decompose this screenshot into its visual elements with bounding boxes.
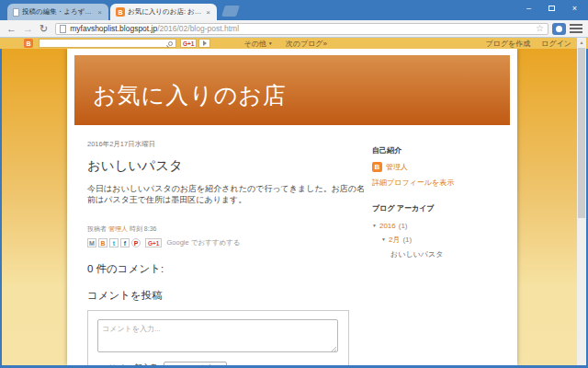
page-background: お気に入りのお店 2016年2月17日水曜日 おいしいパスタ 今日はおいしいパス… xyxy=(2,49,586,365)
blogger-favicon: B xyxy=(116,7,125,17)
comment-input[interactable] xyxy=(97,319,338,352)
maximize-button[interactable] xyxy=(540,0,563,16)
account-select-value: Google アカウ xyxy=(168,363,213,365)
window-controls: – × xyxy=(517,0,586,16)
share-arrow-icon xyxy=(203,40,207,46)
blogthis-share-icon[interactable]: B xyxy=(98,238,107,247)
comment-textarea-wrap xyxy=(97,319,338,356)
twitter-share-icon[interactable]: t xyxy=(109,238,119,247)
blogger-navbar: B G+1 その他 ▼ 次のブログ» ブログを作成 ログイン xyxy=(0,38,588,49)
tab-close-icon[interactable]: × xyxy=(205,8,211,17)
tab-bar: 投稿の編集・よろず日記帳 × B お気に入りのお店: おいしいパ × – × xyxy=(0,0,588,20)
url-path: /2016/02/blog-post.html xyxy=(157,24,239,33)
archive-month-row: ▼ 2月 (1) xyxy=(381,235,510,245)
more-label: その他 xyxy=(243,39,266,49)
tab-post-editor[interactable]: 投稿の編集・よろず日記帳 × xyxy=(7,4,108,20)
maximize-icon xyxy=(548,6,555,11)
post-comment-heading: コメントを投稿 xyxy=(87,289,367,303)
profile-heading: 自己紹介 xyxy=(372,145,510,155)
close-button[interactable]: × xyxy=(563,0,586,16)
archive-toggle-icon[interactable]: ▼ xyxy=(381,237,386,242)
tab-close-icon[interactable]: × xyxy=(96,8,103,17)
pinterest-share-icon[interactable]: P xyxy=(131,238,141,247)
resize-grip-icon[interactable] xyxy=(331,347,336,352)
view-profile-link[interactable]: 詳細プロフィールを表示 xyxy=(372,178,510,188)
byline-prefix: 投稿者 xyxy=(87,225,107,232)
avatar[interactable]: B xyxy=(372,162,382,172)
time-label: 時刻 xyxy=(130,225,142,232)
url-text: myfavshoplist.blogspot.jp/2016/02/blog-p… xyxy=(70,24,239,33)
new-tab-button[interactable] xyxy=(221,6,240,17)
post-title: おいしいパスタ xyxy=(87,157,367,175)
scroll-up-icon[interactable]: ▲ xyxy=(577,38,586,47)
page-icon xyxy=(60,25,66,33)
navbar-more-menu[interactable]: その他 ▼ xyxy=(243,39,272,49)
navbar-right: ブログを作成 ログイン xyxy=(486,39,572,49)
archive-year-link[interactable]: 2016 xyxy=(379,222,396,230)
refresh-icon[interactable]: ↻ xyxy=(40,24,48,34)
archive-month-link[interactable]: 2月 xyxy=(389,235,400,245)
blog-content-column: お気に入りのお店 2016年2月17日水曜日 おいしいパスタ 今日はおいしいパス… xyxy=(67,49,517,365)
blogger-logo[interactable]: B xyxy=(24,39,33,48)
archive-year-count: (1) xyxy=(399,222,408,230)
facebook-share-icon[interactable]: f xyxy=(120,238,130,247)
tab-favorite-shops[interactable]: B お気に入りのお店: おいしいパ × xyxy=(110,4,217,20)
account-select[interactable]: Google アカウ ▼ xyxy=(164,362,227,365)
comment-form: コメントの記入者: Google アカウ ▼ xyxy=(87,310,349,365)
gplus-button[interactable]: G+1 xyxy=(180,39,197,48)
comments-count-heading: 0 件のコメント: xyxy=(87,262,367,276)
author-link[interactable]: 管理人 xyxy=(108,225,128,232)
forward-icon[interactable]: → xyxy=(23,24,33,34)
archive-year-row: ▼ 2016 (1) xyxy=(372,222,510,230)
url-host: myfavshoplist.blogspot.jp xyxy=(70,24,157,33)
comment-author-row: コメントの記入者: Google アカウ ▼ xyxy=(97,362,348,365)
chevron-down-icon: ▼ xyxy=(268,41,273,46)
browser-window: 投稿の編集・よろず日記帳 × B お気に入りのお店: おいしいパ × – × ←… xyxy=(0,0,588,368)
page-scrollbar[interactable]: ▲ xyxy=(577,38,586,365)
sidebar: 自己紹介 B 管理人 詳細プロフィールを表示 ブログ アーカイブ ▼ 2016 … xyxy=(372,145,510,259)
email-share-icon[interactable]: M xyxy=(87,238,96,247)
address-bar[interactable]: myfavshoplist.blogspot.jp/2016/02/blog-p… xyxy=(55,23,548,35)
navbar-search-input[interactable] xyxy=(39,39,176,48)
archive-month-count: (1) xyxy=(402,236,412,244)
tab-title: 投稿の編集・よろず日記帳 xyxy=(22,7,94,17)
next-blog-link[interactable]: 次のブログ» xyxy=(286,39,327,49)
search-icon[interactable] xyxy=(168,41,173,46)
post-time-link[interactable]: 8:36 xyxy=(144,225,157,232)
blog-title[interactable]: お気に入りのお店 xyxy=(74,55,510,110)
gplus-one-button[interactable]: G+1 xyxy=(145,238,162,247)
scrollbar-thumb[interactable] xyxy=(578,48,585,218)
tab-title: お気に入りのお店: おいしいパ xyxy=(128,7,202,17)
post-date: 2016年2月17日水曜日 xyxy=(87,140,367,149)
blog-header: お気に入りのお店 xyxy=(74,55,510,125)
back-icon[interactable]: ← xyxy=(6,24,17,34)
archive-toggle-icon[interactable]: ▼ xyxy=(372,224,377,228)
minimize-button[interactable]: – xyxy=(517,0,540,16)
chrome-menu-icon[interactable] xyxy=(570,23,582,35)
share-button[interactable] xyxy=(198,39,210,48)
browser-toolbar: ← → ↻ myfavshoplist.blogspot.jp/2016/02/… xyxy=(0,20,588,38)
post-column: 2016年2月17日水曜日 おいしいパスタ 今日はおいしいパスタのお店を紹介され… xyxy=(87,140,367,365)
gplus-recommend-label[interactable]: Google でおすすめする xyxy=(166,238,240,247)
profile-row: B 管理人 xyxy=(372,162,510,172)
page-icon xyxy=(13,8,19,17)
profile-name-link[interactable]: 管理人 xyxy=(386,162,408,172)
bookmark-star-icon[interactable]: ☆ xyxy=(536,24,544,33)
comment-author-label: コメントの記入者: xyxy=(97,362,159,365)
archive-post-link[interactable]: おいしいパスタ xyxy=(390,249,510,259)
extension-camera-icon[interactable] xyxy=(552,23,566,35)
create-blog-link[interactable]: ブログを作成 xyxy=(486,39,531,49)
post-body: 今日はおいしいパスタのお店を紹介されたので行ってきました。お店の名前はパスタ王で… xyxy=(87,183,367,205)
login-link[interactable]: ログイン xyxy=(541,39,571,49)
share-row: M B t f P G+1 Google でおすすめする xyxy=(87,238,367,247)
post-byline: 投稿者 管理人 時刻 8:36 xyxy=(87,224,367,234)
archive-heading: ブログ アーカイブ xyxy=(372,203,510,213)
